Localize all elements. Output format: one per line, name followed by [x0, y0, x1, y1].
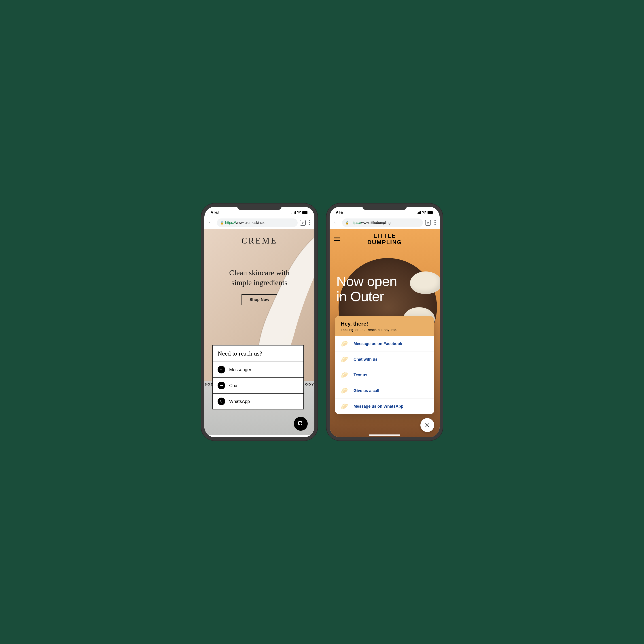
- tagline-line1: Clean skincare with: [229, 268, 290, 278]
- brand-logo: LITTLE DUMPLING: [340, 233, 429, 245]
- contact-label: Messenger: [229, 367, 251, 372]
- url-protocol: https://: [225, 221, 236, 225]
- contact-panel: Need to reach us? Messenger Chat WhatsAp…: [212, 345, 304, 409]
- carrier-label: AT&T: [211, 210, 220, 214]
- close-chat-button[interactable]: [420, 418, 434, 432]
- menu-button[interactable]: [334, 237, 340, 241]
- dumpling-icon: 🥟: [341, 340, 349, 347]
- contact-fab[interactable]: [294, 417, 308, 431]
- phone-screen: AT&T ← 🔒 https://www.littledumpling 9: [330, 207, 440, 437]
- wifi-icon: [422, 211, 426, 214]
- brand-logo: CREME: [241, 236, 278, 246]
- svg-point-3: [221, 385, 222, 386]
- carrier-label: AT&T: [336, 210, 345, 214]
- browser-bar: ← 🔒 https://www.littledumpling 9: [330, 216, 440, 229]
- chat-option-facebook[interactable]: 🥟 Message us on Facebook: [335, 336, 434, 352]
- url-bar[interactable]: 🔒 https://www.littledumpling: [342, 218, 423, 227]
- browser-menu[interactable]: [308, 220, 312, 225]
- chat-option-text[interactable]: 🥟 Text us: [335, 367, 434, 383]
- url-bar[interactable]: 🔒 https://www.cremeskincar: [217, 218, 298, 227]
- svg-rect-1: [308, 212, 308, 213]
- chat-subtitle: Looking for us? Reach out anytime.: [341, 328, 428, 332]
- phone-screen: AT&T ← 🔒 https://www.cremeskincar 9: [204, 207, 314, 437]
- dumpling-icon: 🥟: [341, 371, 349, 379]
- svg-rect-7: [428, 211, 433, 214]
- tagline-line2: simple ingredients: [229, 278, 290, 288]
- chat-option-label: Text us: [354, 373, 367, 377]
- chat-option-label: Chat with us: [354, 357, 377, 362]
- hero-tagline: Clean skincare with simple ingredients: [229, 268, 290, 288]
- back-button[interactable]: ←: [207, 219, 215, 226]
- dumpling-icon: 🥟: [341, 387, 349, 394]
- headline-line2: in Outer: [336, 289, 397, 304]
- wifi-icon: [297, 211, 301, 214]
- url-protocol: https://: [350, 221, 361, 225]
- lock-icon: 🔒: [220, 221, 224, 225]
- phone-frame-creme: AT&T ← 🔒 https://www.cremeskincar 9: [201, 203, 318, 441]
- logo-line2: DUMPLING: [340, 239, 429, 246]
- phone-notch: [237, 203, 282, 210]
- chat-option-label: Message us on WhatsApp: [354, 404, 403, 409]
- phone-notch: [362, 203, 407, 210]
- contact-option-messenger[interactable]: Messenger: [213, 362, 303, 378]
- nav-item-right[interactable]: ODY: [305, 382, 314, 386]
- site-header: LITTLE DUMPLING: [330, 229, 440, 249]
- browser-bar: ← 🔒 https://www.cremeskincar 9: [204, 216, 314, 229]
- page-content: LITTLE DUMPLING Now open in Outer Hey, t…: [330, 229, 440, 437]
- headline-line1: Now open: [336, 274, 397, 289]
- chat-option-call[interactable]: 🥟 Give us a call: [335, 383, 434, 399]
- lock-icon: 🔒: [345, 221, 349, 225]
- logo-line1: LITTLE: [340, 233, 429, 239]
- whatsapp-icon: [218, 398, 225, 405]
- chat-icon: [218, 382, 225, 389]
- svg-rect-0: [302, 211, 307, 214]
- back-button[interactable]: ←: [332, 219, 340, 226]
- battery-icon: [428, 211, 433, 214]
- contact-label: WhatsApp: [229, 399, 250, 404]
- signal-icon: [292, 211, 296, 214]
- url-domain: www.littledumpling: [361, 221, 391, 225]
- hero-headline: Now open in Outer: [336, 274, 397, 304]
- chat-option-whatsapp[interactable]: 🥟 Message us on WhatsApp: [335, 399, 434, 414]
- home-indicator[interactable]: [369, 434, 400, 436]
- tab-switcher[interactable]: 9: [425, 220, 431, 226]
- url-domain: www.cremeskincar: [236, 221, 266, 225]
- shop-now-button[interactable]: Shop Now: [241, 294, 277, 305]
- status-icons: [417, 211, 433, 214]
- tab-switcher[interactable]: 9: [300, 220, 306, 226]
- contact-option-whatsapp[interactable]: WhatsApp: [213, 394, 303, 409]
- battery-icon: [302, 211, 308, 214]
- phone-frame-dumpling: AT&T ← 🔒 https://www.littledumpling 9: [326, 203, 443, 441]
- dumpling-icon: 🥟: [341, 403, 349, 410]
- status-icons: [292, 211, 308, 214]
- chat-title: Hey, there!: [341, 321, 428, 327]
- svg-point-2: [220, 385, 221, 386]
- contact-panel-title: Need to reach us?: [213, 345, 303, 362]
- signal-icon: [417, 211, 421, 214]
- contact-option-chat[interactable]: Chat: [213, 378, 303, 394]
- contact-label: Chat: [229, 383, 239, 388]
- messenger-icon: [218, 366, 225, 373]
- chat-option-label: Message us on Facebook: [354, 341, 402, 346]
- chat-option-chat[interactable]: 🥟 Chat with us: [335, 352, 434, 367]
- chat-panel-header: Hey, there! Looking for us? Reach out an…: [335, 316, 434, 336]
- dumpling-graphic: [410, 271, 440, 294]
- dumpling-icon: 🥟: [341, 356, 349, 363]
- svg-rect-8: [433, 212, 433, 213]
- browser-menu[interactable]: [433, 220, 437, 225]
- svg-point-4: [222, 385, 223, 386]
- chat-option-label: Give us a call: [354, 388, 379, 393]
- chat-panel: Hey, there! Looking for us? Reach out an…: [335, 316, 434, 414]
